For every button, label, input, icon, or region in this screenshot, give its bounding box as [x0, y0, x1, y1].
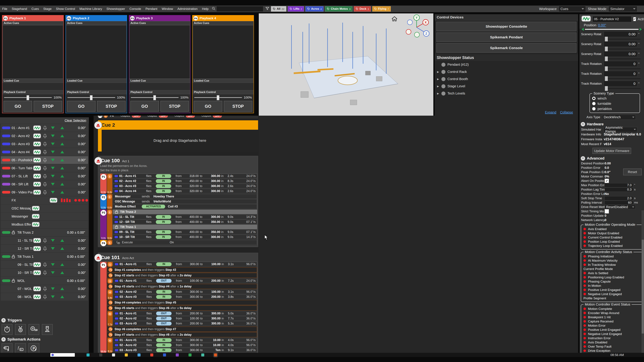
advanced-dropdown[interactable]: ResetDisabled: [604, 205, 636, 209]
move-up-icon[interactable]: [58, 183, 67, 186]
cue-101-card[interactable]: Cue 101 Acro Act P139.8s101 - Acro #1fli…: [98, 253, 258, 353]
menu-file[interactable]: File: [0, 7, 10, 11]
home-view-button[interactable]: [391, 15, 398, 23]
move-down-icon[interactable]: [48, 271, 58, 274]
move-down-icon[interactable]: [48, 247, 58, 250]
menu-stage[interactable]: Stage: [41, 7, 54, 11]
slider-track[interactable]: [604, 87, 641, 90]
cue-step-row-03-acro-3[interactable]: 03 - Acro #3fliesINfrom300.00toTenin9.1s…: [113, 348, 257, 353]
radio-option-turntable[interactable]: turntable: [592, 101, 638, 106]
waveform-icon[interactable]: [32, 182, 42, 187]
3d-viewport[interactable]: Y X Z: [259, 13, 433, 116]
move-down-icon[interactable]: [48, 143, 58, 145]
expand-link[interactable]: Expand: [545, 110, 556, 114]
slider-value-box[interactable]: 0.00: [604, 31, 637, 37]
bell-icon[interactable]: [42, 270, 48, 275]
inspector-scrollbar[interactable]: [642, 210, 644, 353]
slider-track[interactable]: [604, 57, 641, 60]
waveform-icon[interactable]: [32, 262, 42, 267]
spikemark-console-button[interactable]: Spikemark Console: [436, 43, 576, 53]
cue-step-row-02-acro-2[interactable]: 02 - Acro #2fliesINfrom450.00to300.00in8…: [113, 179, 257, 183]
trigger-tape-measure-icon[interactable]: [28, 324, 39, 335]
orientation-gizmo[interactable]: Y X Z: [404, 14, 430, 40]
waveform-icon[interactable]: [32, 238, 42, 243]
slider-thumb[interactable]: [90, 95, 92, 100]
waveform-icon[interactable]: [32, 149, 42, 155]
cue-2-dropzone[interactable]: Drag and drop Stagehands here: [98, 130, 258, 151]
taskbar-app-icon-5[interactable]: [150, 354, 153, 357]
workspace-dropdown[interactable]: Cues: [559, 6, 586, 12]
move-up-icon[interactable]: [58, 191, 67, 194]
waveform-icon[interactable]: [32, 158, 42, 163]
list-item-05-pushstick-v2[interactable]: 05 - Pushstick V20.00": [1, 156, 88, 164]
cue-step-row-01-acro-1[interactable]: 01 - Acro #1fliesINfrom300.00to10.00in4.…: [113, 338, 257, 343]
cue-step-row-03-acro-3[interactable]: 03 - Acro #3fliesOUTfrom200.00to300.00in…: [113, 321, 257, 326]
radio-icon[interactable]: [592, 107, 596, 110]
taskbar-app-icon-0[interactable]: [86, 354, 90, 357]
expander-icon[interactable]: ▶: [437, 92, 440, 95]
waveform-icon[interactable]: [31, 214, 40, 219]
bell-icon[interactable]: [42, 166, 48, 170]
bell-icon[interactable]: [42, 182, 48, 187]
cue-step-row-execute[interactable]: fExecuteOn: [113, 240, 257, 245]
advanced-input[interactable]: 60: [604, 201, 633, 205]
advanced-input[interactable]: 0.3: [604, 188, 633, 192]
bell-icon[interactable]: [42, 190, 48, 195]
cue-100-card[interactable]: Cue 100 Act 1 Load the permormers on the…: [98, 156, 258, 247]
waveform-icon[interactable]: [32, 133, 42, 138]
update-motor-firmware-button[interactable]: Update Motor Firmware: [592, 148, 631, 154]
cue-step-row-11-sl-tilt[interactable]: 11 - SL TiltfliesINfrom400.00to300.00in9…: [113, 215, 257, 219]
move-down-icon[interactable]: [48, 167, 58, 169]
taskbar-app-icon-7[interactable]: [176, 354, 179, 357]
move-down-icon[interactable]: [48, 191, 58, 194]
lock-open-icon[interactable]: [12, 279, 17, 283]
move-down-icon[interactable]: [48, 126, 58, 129]
list-item-04-acro-4[interactable]: 04 - Acro #40.00": [1, 148, 88, 156]
cue-step-row-02-acro-2[interactable]: 02 - Acro #2fliesINfrom300.00to10.00in4.…: [113, 343, 257, 348]
cue-step-row-03-acro-3[interactable]: 03 - Acro #3fliesINfrom320.00to300.00in2…: [113, 184, 257, 188]
slider-track[interactable]: [604, 77, 641, 80]
cue-step-row-modbus-effect[interactable]: Modbus EffectACTIVATESCoil #3: [113, 204, 257, 209]
menu-pendant[interactable]: Pendant: [143, 7, 160, 11]
slider-thumb[interactable]: [153, 95, 156, 100]
expander-icon[interactable]: ▶: [437, 70, 440, 73]
step-trigger-row[interactable]: Step #6 completes and then triggers Step…: [107, 327, 257, 332]
move-up-icon[interactable]: [58, 247, 67, 250]
list-item-tilt-truss-2[interactable]: Tilt Truss 20.00 ± 0.00": [1, 229, 88, 236]
collapse-link[interactable]: Collapse: [560, 110, 573, 114]
step-trigger-row[interactable]: Step #2 starts and then triggers Step #3…: [107, 273, 257, 278]
taskbar-app-icon-6[interactable]: [163, 354, 166, 357]
cue-step-row-01-acro-1[interactable]: 01 - Acro #1fliesINfrom318.00to300.00in2…: [113, 174, 257, 178]
radio-icon[interactable]: [592, 102, 596, 105]
filter-chip-all[interactable]: All22: [271, 6, 286, 11]
list-item-08-wol-2[interactable]: 08 - WOL #20.00": [1, 293, 88, 301]
cue-step-row-12-sr-tilt[interactable]: 12 - SR TiltfliesINfrom400.00to350.00in9…: [113, 220, 257, 224]
slider-thumb[interactable]: [605, 46, 608, 51]
list-item-wol[interactable]: WOL0.00 ± 0.00": [1, 277, 88, 285]
move-up-icon[interactable]: [58, 287, 67, 290]
slider-thumb[interactable]: [605, 86, 608, 91]
bell-icon[interactable]: [42, 246, 48, 251]
taskbar-app-icon-4[interactable]: [138, 354, 140, 357]
move-down-icon[interactable]: [48, 135, 58, 137]
menu-window[interactable]: Window: [160, 7, 175, 11]
status-item-tech-levels[interactable]: ▶Tech Levels: [435, 90, 578, 97]
taskbar-app-icon-2[interactable]: [112, 354, 115, 357]
eject-cue-button[interactable]: [94, 157, 102, 165]
cue-2-card[interactable]: Cue 2 Drag and drop Stagehands here: [98, 120, 258, 151]
waveform-icon[interactable]: [32, 246, 42, 251]
bell-icon[interactable]: [42, 262, 48, 267]
move-down-icon[interactable]: [48, 287, 58, 290]
status-item-control-rack[interactable]: ▶Control Rack: [435, 68, 578, 75]
bell-icon[interactable]: [42, 142, 48, 146]
menu-showstopper[interactable]: Showstopper: [104, 7, 127, 11]
cue-step-row-osc-message[interactable]: OSC Messagesends\Hello\World: [113, 199, 257, 204]
speed-slider[interactable]: 100%: [66, 94, 127, 101]
stop-button[interactable]: STOP: [34, 101, 62, 112]
search-input[interactable]: [217, 6, 263, 11]
move-up-icon[interactable]: [58, 263, 67, 266]
move-down-icon[interactable]: [48, 183, 58, 186]
list-item-12-sr-tilt[interactable]: 12 - SR Tilt0.00": [1, 245, 88, 252]
step-trigger-row[interactable]: Step #4 completes and then triggers Step…: [107, 300, 257, 305]
spikemark-pendant-button[interactable]: Spikemark Pendant: [436, 32, 576, 42]
